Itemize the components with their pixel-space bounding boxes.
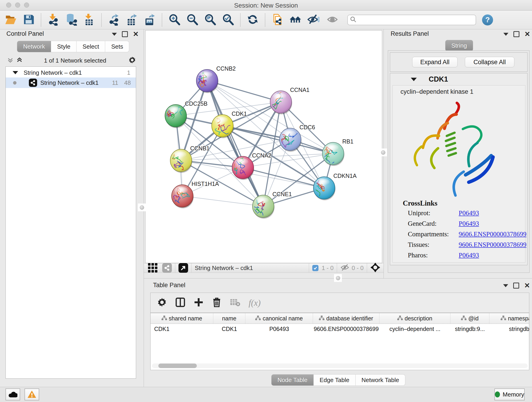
scrollbar-thumb[interactable] — [158, 364, 197, 368]
node-HIST1H1A[interactable]: HIST1H1A — [170, 181, 219, 208]
delete-column-icon[interactable] — [212, 297, 222, 308]
tab-edge-table[interactable]: Edge Table — [314, 374, 355, 386]
import-table-button[interactable] — [80, 12, 98, 27]
fit-selected-crosshair-icon[interactable] — [370, 262, 380, 274]
create-column-icon[interactable] — [194, 297, 204, 308]
tab-node-table[interactable]: Node Table — [271, 374, 314, 386]
crosslink-link[interactable]: P06493 — [459, 251, 479, 259]
collapse-panel-icon[interactable] — [112, 33, 117, 36]
section-expander-icon[interactable] — [411, 78, 417, 81]
zoom-in-button[interactable] — [165, 12, 183, 27]
node-CCNB1[interactable]: CCNB1 — [170, 145, 210, 176]
tab-sets[interactable]: Sets — [105, 41, 129, 52]
export-network-button[interactable] — [105, 12, 123, 27]
network-row-selected[interactable]: String Network – cdk1 11 48 — [6, 77, 136, 88]
string-settings-icon[interactable] — [162, 263, 172, 273]
column-header-shared-name[interactable]: shared name — [151, 313, 213, 324]
houses-button[interactable] — [286, 12, 304, 27]
edge-HIST1H1A-CCNE1[interactable] — [182, 196, 263, 206]
right-splitter-handle[interactable] — [379, 148, 387, 156]
expand-all-button[interactable]: Expand All — [412, 57, 457, 67]
node-label-CDK1: CDK1 — [232, 110, 247, 117]
cell: cyclin–dependent ... — [380, 324, 450, 334]
tab-string[interactable]: String — [445, 40, 473, 51]
node-CCNB2[interactable]: CCNB2 — [196, 65, 236, 93]
crosslink-link[interactable]: 9606.ENSP00000378699 — [459, 241, 526, 249]
float-panel-icon[interactable] — [122, 31, 128, 37]
cloud-status-button[interactable] — [6, 389, 20, 400]
horizontal-scrollbar[interactable] — [152, 364, 528, 368]
selected-nodes-checkbox[interactable] — [312, 265, 318, 271]
collapse-panel-icon[interactable] — [503, 33, 508, 36]
zoom-selected-button[interactable] — [219, 12, 237, 27]
help-button[interactable]: ? — [482, 14, 493, 26]
warnings-button[interactable] — [25, 389, 39, 400]
edge-CCNB2-CCNE1[interactable] — [207, 81, 263, 206]
node-CCNA1[interactable]: CCNA1 — [264, 87, 310, 114]
gene-section-header[interactable]: CDK1 — [390, 74, 528, 85]
column-header-name[interactable]: name — [213, 313, 245, 324]
expand-all-networks-icon[interactable] — [7, 57, 14, 64]
table-row[interactable]: CDK1CDK1P064939606.ENSP00000378699cyclin… — [151, 324, 529, 334]
network-options-gear-icon[interactable] — [128, 56, 136, 65]
search-input[interactable] — [347, 15, 476, 25]
export-image-button[interactable] — [141, 12, 158, 27]
column-header-namespace[interactable]: namespace — [489, 313, 529, 324]
table-header-row: shared namenamecanonical namedatabase id… — [151, 313, 529, 324]
zoom-out-button[interactable] — [183, 12, 201, 27]
refresh-view-button[interactable] — [244, 12, 262, 27]
table-options-gear-icon[interactable] — [157, 297, 167, 308]
show-graphics-button[interactable] — [324, 12, 342, 27]
zoom-fit-button[interactable] — [201, 12, 219, 27]
control-panel-tabs: NetworkStyleSelectSets — [17, 41, 129, 52]
tab-network-table[interactable]: Network Table — [355, 374, 405, 386]
column-header-description[interactable]: description — [380, 313, 450, 324]
horizontal-splitter-handle[interactable] — [334, 274, 342, 282]
open-in-browser-icon[interactable] — [178, 263, 188, 273]
tab-select[interactable]: Select — [76, 41, 105, 52]
node-CDKN1A[interactable]: CDKN1A — [313, 172, 357, 200]
crosslink-row: Uniprot: P06493 — [408, 209, 522, 218]
node-table[interactable]: shared namenamecanonical namedatabase id… — [150, 313, 529, 370]
network-canvas[interactable]: CCNB2CCNA1CDC25BCDK1CDC6RB1CCNB1CCNA2CDK… — [145, 30, 382, 263]
collection-label: String Network – cdk1 — [24, 69, 82, 76]
edge-count: 48 — [124, 79, 131, 86]
clone-network-button[interactable] — [268, 12, 286, 27]
hidden-elements-icon[interactable] — [340, 264, 349, 272]
node-CDK1[interactable]: CDK1 — [212, 110, 247, 138]
show-columns-icon[interactable] — [175, 297, 185, 308]
save-session-button[interactable] — [20, 12, 38, 27]
memory-button[interactable]: Memory — [494, 389, 525, 400]
node-CCNE1[interactable]: CCNE1 — [250, 191, 292, 219]
column-header--id[interactable]: @id — [450, 313, 489, 324]
column-header-database-identifier[interactable]: database identifier — [313, 313, 380, 324]
column-header-canonical-name[interactable]: canonical name — [245, 313, 313, 324]
node-RB1[interactable]: RB1 — [322, 138, 354, 166]
hide-graphics-button[interactable] — [304, 12, 322, 27]
float-panel-icon[interactable] — [513, 283, 519, 288]
tree-expander-icon[interactable] — [13, 71, 18, 74]
close-panel-icon[interactable]: ✕ — [133, 32, 139, 36]
export-table-button[interactable] — [123, 12, 141, 27]
open-file-button[interactable] — [2, 12, 20, 27]
import-network-button[interactable] — [44, 12, 62, 27]
collapse-all-networks-icon[interactable] — [16, 57, 23, 64]
edge-CCNB2-CCNA1[interactable] — [207, 81, 281, 102]
close-panel-icon[interactable]: ✕ — [525, 32, 530, 36]
node-label-HIST1H1A: HIST1H1A — [191, 181, 219, 187]
table-toolbar: f(x) — [150, 293, 529, 313]
close-panel-icon[interactable]: ✕ — [524, 283, 530, 288]
crosslink-link[interactable]: P06493 — [459, 220, 479, 227]
crosslink-link[interactable]: P06493 — [459, 209, 479, 217]
results-content: Expand All Collapse All CDK1 cyclin–depe… — [388, 51, 530, 273]
network-collection-row[interactable]: String Network – cdk1 1 — [6, 68, 136, 77]
collapse-panel-icon[interactable] — [503, 284, 508, 287]
left-splitter-handle[interactable] — [138, 204, 146, 211]
birdseye-view-icon[interactable] — [147, 262, 158, 274]
crosslink-link[interactable]: 9606.ENSP00000378699 — [459, 230, 526, 238]
tab-network[interactable]: Network — [17, 41, 51, 52]
import-database-button[interactable] — [62, 12, 80, 27]
collapse-all-button[interactable]: Collapse All — [465, 57, 514, 67]
float-panel-icon[interactable] — [513, 31, 519, 37]
tab-style[interactable]: Style — [51, 41, 76, 52]
